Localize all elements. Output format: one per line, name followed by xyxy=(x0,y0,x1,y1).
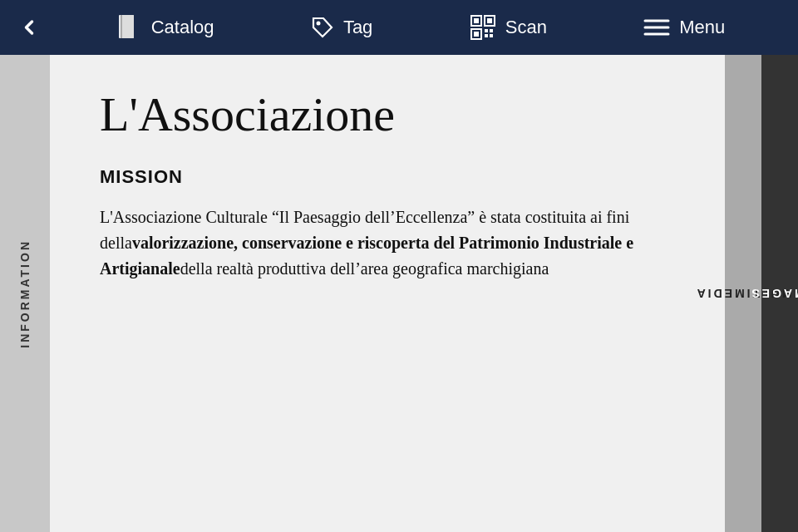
svg-rect-10 xyxy=(485,29,488,32)
information-tab-label: INFORMATION xyxy=(18,239,32,348)
scan-nav-item[interactable]: Scan xyxy=(456,13,559,42)
back-icon xyxy=(17,16,41,39)
svg-rect-2 xyxy=(121,15,122,38)
svg-rect-13 xyxy=(490,34,493,37)
menu-label: Menu xyxy=(679,17,725,38)
navbar: Catalog Tag xyxy=(0,0,798,55)
mission-rest-text: della realtà produttiva dell’area geogra… xyxy=(180,259,549,278)
svg-rect-11 xyxy=(490,29,493,32)
scan-icon xyxy=(469,13,497,42)
images-tab[interactable]: IMAGES xyxy=(761,55,798,532)
svg-rect-7 xyxy=(487,18,492,23)
svg-point-3 xyxy=(316,22,320,26)
catalog-icon xyxy=(115,13,143,42)
scan-label: Scan xyxy=(505,17,547,38)
svg-rect-5 xyxy=(474,18,479,23)
mission-body: L'Associazione Culturale “Il Paesaggio d… xyxy=(100,204,683,282)
main-content: INFORMATION L'Associazione MISSION L'Ass… xyxy=(0,55,798,532)
content-area: L'Associazione MISSION L'Associazione Cu… xyxy=(50,55,725,532)
catalog-nav-item[interactable]: Catalog xyxy=(102,13,227,42)
page-title: L'Associazione xyxy=(100,88,683,141)
svg-rect-1 xyxy=(122,15,134,38)
mission-heading: MISSION xyxy=(100,166,683,188)
right-tabs: MULTIMEDIA IMAGES xyxy=(725,55,798,532)
information-tab[interactable]: INFORMATION xyxy=(0,55,50,532)
svg-rect-9 xyxy=(474,32,479,37)
nav-items: Catalog Tag xyxy=(50,13,790,42)
images-tab-label: IMAGES xyxy=(749,287,798,300)
tag-icon xyxy=(310,15,335,40)
tag-label: Tag xyxy=(343,17,372,38)
tag-nav-item[interactable]: Tag xyxy=(298,15,385,40)
catalog-label: Catalog xyxy=(151,17,214,38)
menu-nav-item[interactable]: Menu xyxy=(630,13,737,42)
svg-rect-12 xyxy=(485,34,488,37)
menu-icon xyxy=(643,13,671,42)
back-button[interactable] xyxy=(8,0,50,55)
